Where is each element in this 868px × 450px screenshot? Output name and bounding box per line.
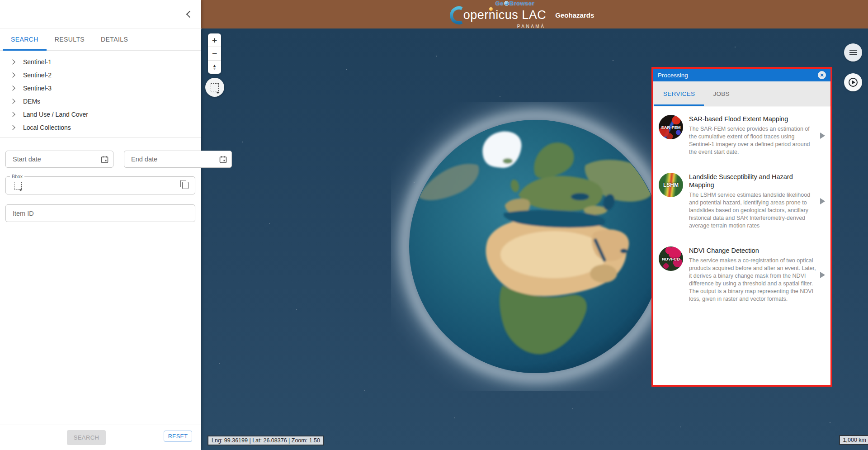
reset-button[interactable]: RESET: [164, 431, 192, 442]
run-service-button[interactable]: [820, 272, 825, 278]
layers-menu-button[interactable]: [844, 43, 862, 62]
close-icon[interactable]: ✕: [818, 71, 826, 79]
chevron-right-icon: [10, 112, 15, 117]
start-date-field: [5, 151, 113, 168]
service-title: SAR-based Flood Extent Mapping: [689, 115, 816, 123]
end-date-field: [124, 151, 232, 168]
service-avatar: NDVI-CD: [659, 246, 683, 271]
collections-tree: Sentinel-1 Sentinel-2 Sentinel-3 DEMs La…: [0, 51, 201, 140]
service-description: The LSHM service estimates landslide lik…: [689, 191, 816, 230]
tree-item-sentinel-2[interactable]: Sentinel-2: [0, 68, 201, 81]
tree-item-land-use[interactable]: Land Use / Land Cover: [0, 108, 201, 121]
service-description: The service makes a co-registration of t…: [689, 257, 816, 303]
divider: [0, 137, 201, 138]
coordinates-readout: Lng: 99.36199 | Lat: 26.08376 | Zoom: 1.…: [208, 436, 324, 445]
tilt-toggle-button[interactable]: ▲▼: [208, 61, 221, 74]
page-title: Geohazards: [555, 11, 594, 19]
service-description: The SAR-FEM service provides an estimati…: [689, 125, 816, 156]
collapse-sidebar-button[interactable]: [186, 10, 193, 18]
processing-panel-titlebar[interactable]: Processing ✕: [653, 69, 830, 81]
run-service-button[interactable]: [820, 133, 825, 139]
app-header: GeBrowser opernicus LAC PAN: [201, 0, 868, 28]
copy-icon[interactable]: [182, 182, 189, 189]
starfield: [201, 28, 202, 29]
tree-item-sentinel-1[interactable]: Sentinel-1: [0, 55, 201, 68]
end-date-input[interactable]: [130, 155, 217, 163]
sidebar-footer: SEARCH RESET: [0, 425, 201, 450]
calendar-icon[interactable]: [101, 156, 108, 163]
hamburger-icon: [849, 50, 857, 55]
tree-item-local-collections[interactable]: Local Collections: [0, 121, 201, 134]
tree-item-dems[interactable]: DEMs: [0, 95, 201, 108]
draw-bbox-map-button[interactable]: [205, 78, 224, 97]
map-scale-label: 1,000 km: [839, 435, 868, 445]
brand-text: opernicus LAC: [463, 8, 547, 22]
replay-button[interactable]: [844, 73, 862, 91]
processing-panel-title: Processing: [658, 72, 688, 79]
item-id-field: [5, 204, 195, 222]
tab-search[interactable]: SEARCH: [3, 28, 47, 50]
service-item-sar-fem: SAR-FEM SAR-based Flood Extent Mapping T…: [659, 115, 825, 156]
processing-tabs: SERVICES JOBS: [653, 81, 830, 106]
processing-panel: Processing ✕ SERVICES JOBS SAR-FEM SAR-b…: [651, 67, 832, 387]
run-service-button[interactable]: [820, 198, 825, 204]
search-filters: Bbox: [0, 140, 201, 222]
brand-country: PANAMÁ: [517, 24, 546, 29]
start-date-input[interactable]: [12, 155, 98, 163]
chevron-right-icon: [10, 85, 15, 90]
tab-results[interactable]: RESULTS: [47, 28, 93, 50]
calendar-icon[interactable]: [219, 156, 227, 163]
tilt-arrows-icon: ▲▼: [212, 64, 217, 71]
sidebar-tabs: SEARCH RESULTS DETAILS: [0, 28, 201, 51]
tree-item-sentinel-3[interactable]: Sentinel-3: [0, 81, 201, 95]
chevron-right-icon: [10, 99, 15, 104]
bbox-field: Bbox: [5, 176, 195, 194]
globe-icon: [504, 1, 509, 6]
map-zoom-control: + − ▲▼: [208, 33, 221, 74]
zoom-out-button[interactable]: −: [208, 47, 221, 61]
search-sidebar: SEARCH RESULTS DETAILS Sentinel-1 Sentin…: [0, 0, 201, 450]
earth-globe: [391, 102, 680, 391]
services-list: SAR-FEM SAR-based Flood Extent Mapping T…: [653, 106, 830, 320]
chevron-right-icon: [10, 72, 15, 77]
service-avatar: SAR-FEM: [659, 115, 683, 139]
chevron-right-icon: [10, 125, 15, 130]
orange-dot-icon: [489, 7, 493, 11]
search-button[interactable]: SEARCH: [67, 430, 106, 445]
item-id-input[interactable]: [12, 209, 189, 218]
service-item-ndvi-cd: NDVI-CD NDVI Change Detection The servic…: [659, 246, 825, 303]
service-item-lshm: LSHM Landslide Susceptibility and Hazard…: [659, 173, 825, 230]
bbox-label: Bbox: [10, 174, 24, 179]
tab-services[interactable]: SERVICES: [654, 81, 704, 106]
app-logo: GeBrowser opernicus LAC PAN: [448, 0, 594, 29]
play-circle-icon: [849, 78, 858, 87]
dashed-selection-icon: [211, 83, 219, 91]
chevron-right-icon: [10, 59, 15, 64]
bbox-draw-icon[interactable]: [14, 182, 22, 189]
service-title: Landslide Susceptibility and Hazard Mapp…: [689, 173, 816, 189]
tab-jobs[interactable]: JOBS: [704, 81, 738, 106]
tab-details[interactable]: DETAILS: [93, 28, 136, 50]
service-avatar: LSHM: [659, 173, 683, 197]
copernicus-crescent-icon: [448, 6, 465, 25]
service-title: NDVI Change Detection: [689, 246, 816, 255]
zoom-in-button[interactable]: +: [208, 33, 221, 47]
